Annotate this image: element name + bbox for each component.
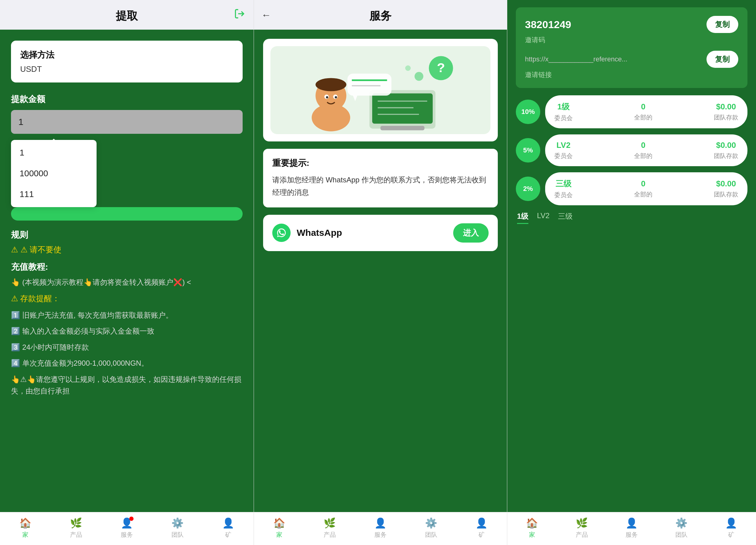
rule-item-0: 👆 (本视频为演示教程👆请勿将资金转入视频账户❌) < [11,276,243,288]
invite-code-label: 邀请码 [525,35,738,45]
copy-code-button[interactable]: 复制 [706,16,738,33]
svg-point-13 [326,96,328,98]
level-badge-3: 2% [516,177,540,201]
level-label2-3: 全部的 [634,190,652,199]
invite-link-label: 邀请链接 [525,70,738,79]
team-icon-p2: ⚙️ [425,517,437,529]
team-tab-1[interactable]: 1级 [517,211,528,224]
team-icon: ⚙️ [171,517,184,529]
nav3-home[interactable]: 🏠 家 [507,517,557,539]
nav3-product[interactable]: 🌿 产品 [557,517,607,539]
level-label1-3: 委员会 [554,191,573,199]
amount-label: 提款金额 [11,93,243,105]
nav3-home-label: 家 [529,531,535,539]
rules-title: 规则 [11,229,243,241]
level-val1-1: 0 [641,102,645,112]
panel-service: ← 服务 [254,0,507,545]
nav1-team[interactable]: ⚙️ 团队 [152,517,203,539]
level-val1-3: 0 [641,179,645,188]
service-title: 服务 [369,9,391,24]
svg-point-21 [415,72,424,81]
home-icon-p2: 🏠 [273,517,285,529]
amount-input[interactable] [11,110,243,134]
submit-button[interactable] [11,207,243,221]
leaf-icon-p3: 🌿 [576,517,588,529]
dropdown-item-111[interactable]: 111 [11,184,97,205]
warning-text: ⚠ ⚠ 请不要使 [11,244,243,255]
level-badge-1: 10% [516,100,540,124]
leaf-icon-p2: 🌿 [324,517,336,529]
panel-withdraw: 提取 选择方法 USDT 提款金额 1 100000 111 规则 [0,0,254,545]
whatsapp-label: WhatsApp [297,228,342,238]
select-method-label: 选择方法 [20,49,233,61]
level-card-3: 三级 委员会 0 全部的 $0.00 团队存款 [545,172,747,205]
nav2-product[interactable]: 🌿 产品 [305,517,355,539]
nav3-service[interactable]: 👤 服务 [607,517,657,539]
dropdown-item-100000[interactable]: 100000 [11,163,97,184]
enter-button[interactable]: 进入 [453,223,489,243]
level-label2-1: 全部的 [634,113,652,122]
logout-icon[interactable] [234,8,245,22]
nav1-home[interactable]: 🏠 家 [0,517,51,539]
svg-rect-4 [380,126,424,130]
nav2-team-label: 团队 [425,531,437,539]
level-val1-2: 0 [641,141,645,150]
nav2-home[interactable]: 🏠 家 [254,517,305,539]
nav1-product[interactable]: 🌿 产品 [51,517,101,539]
level-badge-pct-2: 5% [523,146,533,154]
level-label3-2: 团队存款 [714,152,738,160]
nav2-service[interactable]: 👤 服务 [355,517,406,539]
notice-title: 重要提示: [272,157,489,169]
recharge-title: 充值教程: [11,261,243,273]
level-card-3-val1-section: 0 全部的 [634,179,652,199]
level-badge-pct-1: 10% [521,108,535,116]
nav2-mine[interactable]: 👤 矿 [456,517,507,539]
level-card-1-val2-section: $0.00 团队存款 [714,102,738,122]
dropdown-item-1[interactable]: 1 [11,142,97,163]
copy-link-button[interactable]: 复制 [706,51,738,68]
select-method-box[interactable]: 选择方法 USDT [11,41,243,82]
whatsapp-icon [272,224,291,242]
svg-point-10 [316,78,347,91]
rule-item-5: 👆⚠👆请您遵守以上规则，以免造成损失，如因违规操作导致的任何损失，由您自行承担 [11,374,243,397]
back-button[interactable]: ← [261,9,271,20]
nav1-mine-label: 矿 [225,531,231,539]
service-illustration: ? [270,46,490,134]
team-tab-lv2[interactable]: LV2 [537,211,549,224]
level-card-2-val2-section: $0.00 团队存款 [714,141,738,160]
nav3-team[interactable]: ⚙️ 团队 [656,517,706,539]
nav3-service-label: 服务 [626,531,638,539]
level-card-3-title-section: 三级 委员会 [554,178,573,199]
level-badge-2: 5% [516,138,540,163]
nav1-service-label: 服务 [121,531,133,539]
mine-icon-p2: 👤 [475,517,488,529]
svg-rect-3 [372,93,433,124]
level-label2-2: 全部的 [634,152,652,160]
panel2-bottom-nav: 🏠 家 🌿 产品 👤 服务 ⚙️ 团队 👤 矿 [254,512,507,545]
nav2-service-label: 服务 [374,531,387,539]
invite-code-row: 38201249 复制 [525,16,738,33]
invite-code: 38201249 [525,19,571,31]
home-icon-p3: 🏠 [526,517,538,529]
level-label1-1: 委员会 [554,114,573,122]
level-row-2: 5% LV2 委员会 0 全部的 $0.00 团队存款 [516,134,747,166]
invite-link-row: https://x____________reference... 复制 [525,51,738,68]
panel3-bottom-nav: 🏠 家 🌿 产品 👤 服务 ⚙️ 团队 👤 矿 [507,512,756,545]
nav3-team-label: 团队 [675,531,688,539]
panel1-bottom-nav: 🏠 家 🌿 产品 👤 服务 ⚙️ 团队 👤 矿 [0,512,254,545]
nav3-mine[interactable]: 👤 矿 [706,517,756,539]
amount-input-wrapper [11,110,243,134]
svg-text:?: ? [437,60,445,75]
level-label3-3: 团队存款 [714,190,738,199]
service-badge [129,517,134,521]
level-row-3: 2% 三级 委员会 0 全部的 $0.00 团队存款 [516,172,747,205]
level-title-2: LV2 [556,141,571,150]
level-title-3: 三级 [556,178,571,189]
nav1-team-label: 团队 [171,531,184,539]
nav2-team[interactable]: ⚙️ 团队 [406,517,457,539]
team-tab-3[interactable]: 三级 [558,211,573,224]
nav3-mine-label: 矿 [728,531,734,539]
nav1-mine[interactable]: 👤 矿 [203,517,254,539]
nav1-service[interactable]: 👤 服务 [101,517,152,539]
nav1-product-label: 产品 [70,531,82,539]
